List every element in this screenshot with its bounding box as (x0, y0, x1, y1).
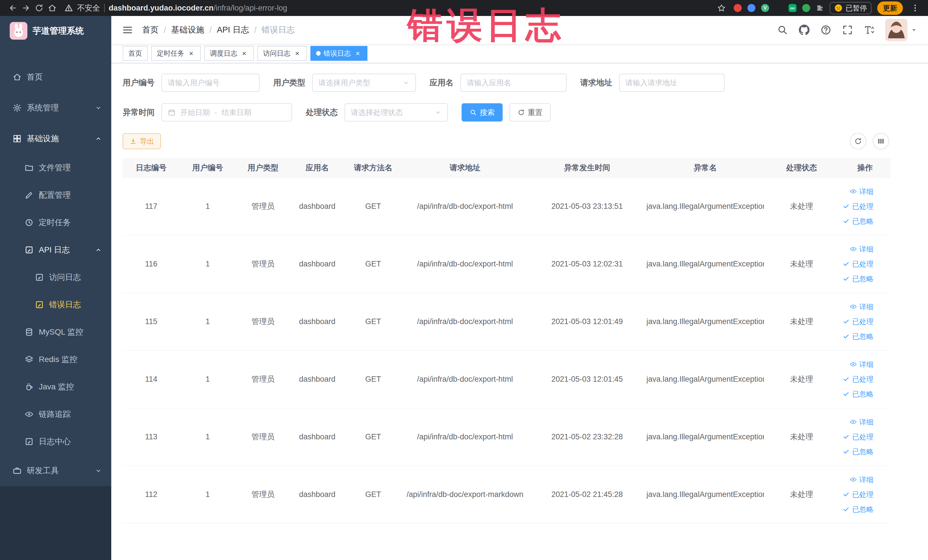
row-action-resolve[interactable]: 已处理 (839, 314, 873, 329)
breadcrumb-item[interactable]: 首页 (142, 24, 159, 36)
row-action-resolve[interactable]: 已处理 (839, 372, 873, 386)
sidebar-item-file[interactable]: 文件管理 (0, 154, 111, 182)
sidebar-item-trace[interactable]: 链路追踪 (0, 401, 111, 428)
font-size-button[interactable] (864, 24, 875, 36)
sidebar-item-infra[interactable]: 基础设施 (0, 123, 111, 154)
row-action-ignore[interactable]: 已忽略 (839, 271, 873, 286)
filter-row-2: 异常时间 开始日期 - 结束日期 处理状态 请选择处理状态 (123, 103, 917, 122)
row-action-resolve[interactable]: 已处理 (839, 256, 873, 271)
filter-user-id: 用户编号 (123, 73, 259, 92)
github-link-button[interactable] (798, 24, 810, 36)
sidebar-collapse-button[interactable] (122, 24, 133, 36)
bookmark-star-button[interactable] (715, 2, 728, 15)
table-body: 1171管理员dashboardGET/api/infra/db-doc/exp… (123, 177, 891, 523)
export-button[interactable]: 导出 (123, 133, 161, 149)
browser-update-button[interactable]: 更新 (877, 2, 903, 15)
row-action-ignore[interactable]: 已忽略 (839, 214, 873, 229)
refresh-table-button[interactable] (850, 133, 866, 150)
browser-reload-button[interactable] (32, 2, 46, 15)
fullscreen-button[interactable] (842, 24, 853, 36)
tab-job[interactable]: 定时任务× (151, 46, 201, 61)
row-action-label: 详细 (859, 475, 873, 484)
user-id-input[interactable] (162, 73, 259, 92)
sidebar-item-home[interactable]: 首页 (0, 62, 111, 92)
sidebar-item-config[interactable]: 配置管理 (0, 182, 111, 209)
row-action-ignore[interactable]: 已忽略 (839, 386, 873, 401)
cell-time: 2021-05-03 12:01:45 (528, 350, 646, 408)
date-range-separator: - (215, 108, 217, 117)
sidebar-item-label: Java 监控 (39, 381, 74, 392)
folder-icon (24, 163, 34, 172)
user-type-select[interactable]: 请选择用户类型 (312, 73, 416, 92)
tab-home[interactable]: 首页 (123, 46, 148, 61)
sidebar-item-api-log[interactable]: API 日志 (0, 236, 111, 264)
row-action-view[interactable]: 详细 (839, 357, 873, 372)
row-action-ignore[interactable]: 已忽略 (839, 444, 873, 459)
paused-extension-badge[interactable]: 已暂停 (830, 2, 872, 14)
sidebar-item-error-log[interactable]: 错误日志 (0, 291, 111, 318)
column-settings-button[interactable] (873, 133, 889, 150)
request-url-input[interactable] (619, 73, 725, 92)
tab-label: 访问日志 (263, 49, 290, 58)
extension-icon-3[interactable]: V (761, 4, 769, 12)
puzzle-icon (816, 4, 824, 12)
tab-close-icon[interactable]: × (354, 49, 362, 57)
view-icon (850, 476, 857, 483)
address-bar[interactable]: 不安全 dashboard.yudao.iocoder.cn/infra/log… (64, 3, 715, 13)
row-action-view[interactable]: 详细 (839, 184, 873, 199)
breadcrumb-item[interactable]: API 日志 (217, 24, 249, 36)
help-button[interactable] (820, 24, 832, 36)
tab-close-icon[interactable]: × (187, 49, 195, 57)
row-action-view[interactable]: 详细 (839, 415, 873, 429)
sidebar-item-label: 首页 (27, 72, 43, 82)
browser-forward-button[interactable] (20, 2, 32, 15)
row-action-ignore[interactable]: 已忽略 (839, 502, 873, 517)
reset-button[interactable]: 重置 (510, 103, 551, 122)
exception-time-range[interactable]: 开始日期 - 结束日期 (162, 103, 292, 122)
filter-app-name: 应用名 (430, 73, 566, 92)
row-action-view[interactable]: 详细 (839, 472, 873, 487)
browser-home-button[interactable] (46, 2, 59, 15)
app-name-input[interactable] (461, 73, 566, 92)
sidebar-item-job[interactable]: 定时任务 (0, 209, 111, 236)
export-button-label: 导出 (140, 137, 154, 146)
row-action-resolve[interactable]: 已处理 (839, 199, 873, 214)
sidebar-item-log-center[interactable]: 日志中心 (0, 428, 111, 455)
breadcrumb-item[interactable]: 基础设施 (171, 24, 204, 36)
header-search-button[interactable] (777, 24, 788, 36)
row-action-view[interactable]: 详细 (839, 299, 873, 314)
extension-icon-5[interactable]: on (789, 4, 797, 12)
tab-close-icon[interactable]: × (293, 49, 301, 57)
sidebar-item-dev-tools[interactable]: 研发工具 (0, 455, 111, 486)
column-header-2: 用户类型 (236, 158, 290, 177)
sidebar-item-system[interactable]: 系统管理 (0, 92, 111, 123)
tab-job-log[interactable]: 调度日志× (204, 46, 254, 61)
extension-icon-4[interactable] (775, 4, 783, 12)
tab-error-log[interactable]: 错误日志× (310, 46, 368, 61)
chevup-icon (95, 135, 102, 142)
extension-icon-7[interactable] (816, 4, 824, 12)
tab-access-log[interactable]: 访问日志× (257, 46, 307, 61)
search-button[interactable]: 搜索 (462, 103, 503, 122)
extension-icon-2[interactable] (748, 4, 756, 12)
sidebar-item-java[interactable]: Java 监控 (0, 373, 111, 401)
app-logo[interactable]: 芋道管理系统 (0, 16, 111, 46)
sidebar-item-redis[interactable]: Redis 监控 (0, 346, 111, 373)
sidebar-item-mysql[interactable]: MySQL 监控 (0, 318, 111, 346)
extension-icon-1[interactable] (734, 4, 742, 12)
sidebar-item-access-log[interactable]: 访问日志 (0, 264, 111, 291)
row-action-view[interactable]: 详细 (839, 242, 873, 256)
browser-menu-button[interactable] (908, 2, 922, 15)
active-tab-dot (316, 51, 321, 56)
view-icon (850, 245, 857, 253)
browser-back-button[interactable] (6, 2, 20, 15)
extension-icon-6[interactable] (802, 4, 810, 12)
tab-close-icon[interactable]: × (240, 49, 248, 57)
row-action-resolve[interactable]: 已处理 (839, 487, 873, 502)
row-action-resolve[interactable]: 已处理 (839, 429, 873, 444)
address-divider (104, 4, 105, 12)
row-action-ignore[interactable]: 已忽略 (839, 329, 873, 344)
user-menu[interactable] (885, 19, 918, 41)
process-status-select[interactable]: 请选择处理状态 (345, 103, 448, 122)
grid-icon (12, 134, 22, 143)
